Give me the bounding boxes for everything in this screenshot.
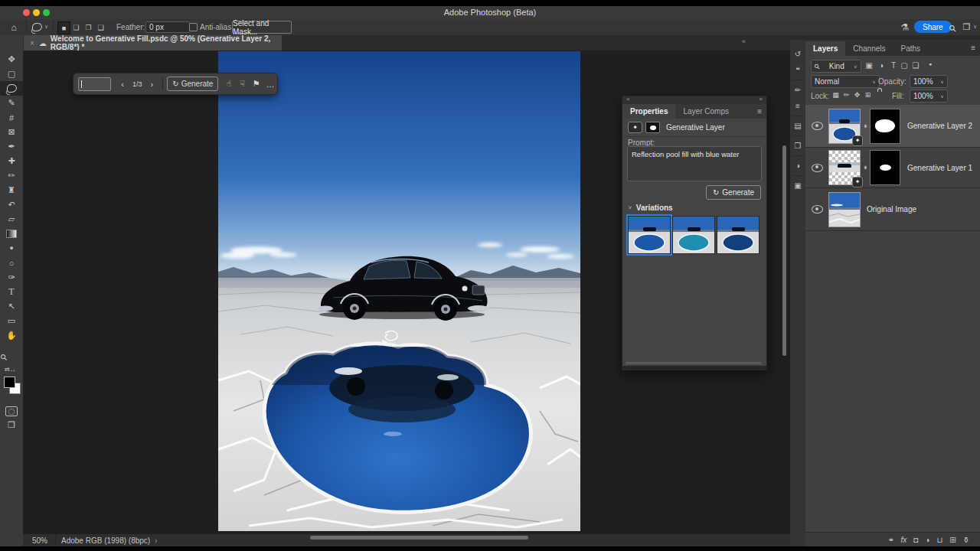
dock-collapse-left-icon[interactable]: « [742,37,746,45]
tab-layers[interactable]: Layers [805,41,845,56]
export-panel-icon[interactable]: ▣ [790,178,805,194]
zoom-level[interactable]: 50% [32,536,47,545]
foreground-color-swatch[interactable] [4,377,15,388]
tab-paths[interactable]: Paths [893,41,929,56]
color-swatches[interactable] [0,377,23,398]
frame-tool[interactable]: ⊠ [0,125,23,139]
prompt-textarea[interactable]: Reflection pool fill with blue water [627,146,762,181]
variation-thumbnail-1[interactable] [628,216,671,254]
lock-position-icon[interactable]: ✥ [852,91,862,99]
eraser-tool[interactable]: ▱ [0,212,23,227]
visibility-eye-icon[interactable] [812,122,823,130]
history-panel-icon[interactable]: ↺ [790,46,805,62]
adjustment-layer-icon[interactable]: ◑ [925,536,929,544]
move-tool[interactable]: ✥ [0,52,23,67]
workspace-switcher-icon[interactable]: ❐ [962,21,972,32]
variation-thumbnail-2[interactable] [672,216,715,254]
path-selection-tool[interactable]: ↖ [0,299,23,314]
panel-menu-icon[interactable]: ≡ [757,107,762,116]
visibility-eye-icon[interactable] [812,205,823,214]
home-icon[interactable]: ⌂ [8,21,20,33]
layer-thumbnail[interactable]: ✦ [828,150,861,185]
select-and-mask-button[interactable]: Select and Mask... [232,21,292,34]
mask-link-icon[interactable]: ⚭ [861,163,869,172]
comments-panel-icon[interactable]: ❝ [790,62,805,78]
tool-preset-chevron-icon[interactable]: ∨ [44,24,48,30]
blend-mode-dropdown[interactable]: Normal ∨ [811,75,880,88]
properties-panel-header[interactable]: × « [622,96,766,104]
panel-resize-edge[interactable] [622,366,766,370]
hand-tool[interactable]: ✋ [0,328,23,343]
report-flag-icon[interactable]: ⚑ [250,79,263,89]
active-tool-preview-lasso-icon[interactable] [32,23,42,31]
libraries-panel-icon[interactable]: ❒ [790,138,805,154]
selection-mode-add-icon[interactable]: ❏ [70,21,82,33]
link-layers-icon[interactable]: ⚭ [887,536,893,544]
previous-variation-icon[interactable]: ‹ [116,80,129,89]
lock-artboard-icon[interactable]: ⊞ [863,91,873,99]
tool-presets-panel-icon[interactable]: ≡ [790,98,805,114]
layer-name[interactable]: Original Image [867,205,916,214]
opacity-dropdown[interactable]: 100% ∨ [910,75,948,88]
visibility-eye-icon[interactable] [812,164,823,172]
filter-type-icon[interactable]: T [888,61,899,70]
gradient-tool[interactable] [0,227,23,241]
selection-mode-intersect-icon[interactable]: ❑ [95,21,106,33]
variation-thumbnail-3[interactable] [717,216,760,254]
filter-smart-object-icon[interactable]: ❏ [910,61,921,70]
filter-kind-dropdown[interactable]: ⚲ Kind ∨ [811,60,861,73]
tab-channels[interactable]: Channels [845,41,893,56]
healing-brush-tool[interactable]: ✚ [0,154,23,168]
feather-input[interactable]: 0 px [145,21,190,33]
adjustments-panel-icon[interactable]: ◑ [790,158,805,174]
status-chevron-icon[interactable]: › [155,536,157,545]
selection-mode-new-icon[interactable]: ■ [57,21,70,34]
delete-layer-icon[interactable]: ⚱ [963,536,969,544]
screen-mode-button[interactable]: ❐ [0,418,23,432]
taskbar-prompt-input[interactable] [78,77,111,91]
dodge-tool[interactable]: ○ [0,256,23,270]
marquee-tool[interactable]: ▢ [0,67,23,81]
layer-row-generative-layer-2[interactable]: ✦ ⚭ Generative Layer 2 [805,105,980,148]
panel-horizontal-scrollbar[interactable] [626,362,762,364]
rectangle-tool[interactable]: ▭ [0,314,23,328]
new-group-icon[interactable]: ⊔ [936,536,942,544]
brush-tool[interactable]: ✏ [0,168,23,183]
variations-header[interactable]: ∨ Variations [628,204,673,212]
filter-shape-icon[interactable]: ▢ [899,61,910,70]
thumbs-down-icon[interactable]: ☟ [236,79,250,89]
mask-link-icon[interactable]: ⚭ [861,122,869,131]
tab-properties[interactable]: Properties [622,104,675,119]
filter-toggle-icon[interactable]: ● [925,61,936,67]
layer-name[interactable]: Generative Layer 1 [907,164,972,172]
taskbar-generate-button[interactable]: ↻ Generate [167,77,218,91]
filter-pixel-icon[interactable]: ▣ [864,61,874,70]
lock-paint-icon[interactable]: ✏ [841,91,851,99]
layer-thumbnail[interactable] [828,192,861,227]
new-layer-icon[interactable]: ⊞ [949,536,956,544]
thumbs-up-icon[interactable]: ☝ [221,79,235,89]
document-tab[interactable]: × ☁ Welcome to Generative Fill.psdc @ 50… [23,35,282,51]
blur-tool[interactable]: ⚫ [0,241,23,256]
tab-layer-comps[interactable]: Layer Comps [675,104,736,119]
vertical-scrollbar[interactable] [782,145,786,356]
add-mask-icon[interactable]: ◘ [913,536,918,544]
glyphs-panel-icon[interactable]: ▤ [790,118,805,134]
quick-mask-button[interactable] [0,404,23,419]
crop-tool[interactable]: # [0,110,23,125]
eyedropper-tool[interactable]: ✒ [0,139,23,154]
brush-settings-panel-icon[interactable]: ✏ [790,82,805,98]
document-image[interactable] [218,51,580,531]
taskbar-more-icon[interactable]: … [263,80,277,89]
tab-close-icon[interactable]: × [30,39,34,47]
selection-mode-subtract-icon[interactable]: ❐ [83,21,94,33]
lock-transparency-icon[interactable]: ▦ [831,91,841,99]
pen-tool[interactable]: ✑ [0,270,23,285]
layer-name[interactable]: Generative Layer 2 [907,122,972,130]
layer-thumbnail[interactable]: ✦ [828,109,861,144]
clone-stamp-tool[interactable]: ♜ [0,183,23,197]
properties-generate-button[interactable]: ↻ Generate [706,185,761,200]
next-variation-icon[interactable]: › [145,80,158,89]
antialias-checkbox[interactable] [189,23,198,31]
layer-mask-thumbnail[interactable] [870,150,900,185]
